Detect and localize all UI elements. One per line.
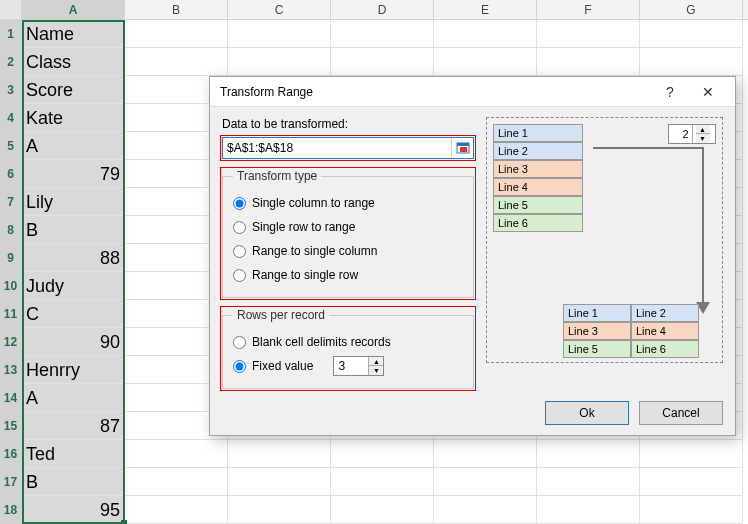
row-header-17[interactable]: 17 xyxy=(0,468,22,496)
radio-blank-cell-delimits[interactable]: Blank cell delimits records xyxy=(233,330,463,354)
cell-A14[interactable]: A xyxy=(22,384,125,412)
cell-E2[interactable] xyxy=(434,48,537,76)
dialog-titlebar[interactable]: Transform Range ? ✕ xyxy=(210,77,735,107)
cell-A17[interactable]: B xyxy=(22,468,125,496)
row-header-1[interactable]: 1 xyxy=(0,20,22,48)
fixed-value-stepper[interactable]: ▲▼ xyxy=(333,356,384,376)
cell-A16[interactable]: Ted xyxy=(22,440,125,468)
cell-C17[interactable] xyxy=(228,468,331,496)
radio-input-blank[interactable] xyxy=(233,336,246,349)
radio-single-row-to-range[interactable]: Single row to range xyxy=(233,215,463,239)
cell-A18[interactable]: 95 xyxy=(22,496,125,524)
cell-F17[interactable] xyxy=(537,468,640,496)
row-header-3[interactable]: 3 xyxy=(0,76,22,104)
column-header-D[interactable]: D xyxy=(331,0,434,19)
row-header-8[interactable]: 8 xyxy=(0,216,22,244)
cell-D2[interactable] xyxy=(331,48,434,76)
radio-input-single-row[interactable] xyxy=(233,221,246,234)
radio-range-to-single-row[interactable]: Range to single row xyxy=(233,263,463,287)
row-header-10[interactable]: 10 xyxy=(0,272,22,300)
row-header-18[interactable]: 18 xyxy=(0,496,22,524)
radio-single-column-to-range[interactable]: Single column to range xyxy=(233,191,463,215)
column-header-G[interactable]: G xyxy=(640,0,743,19)
cell-A13[interactable]: Henrry xyxy=(22,356,125,384)
column-header-E[interactable]: E xyxy=(434,0,537,19)
select-all-corner[interactable] xyxy=(0,0,22,19)
radio-range-to-single-column[interactable]: Range to single column xyxy=(233,239,463,263)
preview-count-stepper[interactable]: 2 ▲▼ xyxy=(668,124,716,144)
cell-A8[interactable]: B xyxy=(22,216,125,244)
cell-A12[interactable]: 90 xyxy=(22,328,125,356)
cell-F16[interactable] xyxy=(537,440,640,468)
row-header-16[interactable]: 16 xyxy=(0,440,22,468)
radio-input-fixed[interactable] xyxy=(233,360,246,373)
row-header-11[interactable]: 11 xyxy=(0,300,22,328)
column-header-C[interactable]: C xyxy=(228,0,331,19)
cell-D18[interactable] xyxy=(331,496,434,524)
cell-F2[interactable] xyxy=(537,48,640,76)
transform-type-group: Transform type Single column to range Si… xyxy=(222,169,474,298)
cell-G2[interactable] xyxy=(640,48,743,76)
radio-input-range-row[interactable] xyxy=(233,269,246,282)
cell-A11[interactable]: C xyxy=(22,300,125,328)
column-header-F[interactable]: F xyxy=(537,0,640,19)
cell-A5[interactable]: A xyxy=(22,132,125,160)
row-header-4[interactable]: 4 xyxy=(0,104,22,132)
cell-E1[interactable] xyxy=(434,20,537,48)
row-header-2[interactable]: 2 xyxy=(0,48,22,76)
spin-buttons[interactable]: ▲▼ xyxy=(368,357,383,375)
range-picker-icon[interactable] xyxy=(451,138,473,158)
cell-E18[interactable] xyxy=(434,496,537,524)
cell-D1[interactable] xyxy=(331,20,434,48)
cell-D17[interactable] xyxy=(331,468,434,496)
cell-B2[interactable] xyxy=(125,48,228,76)
cell-G16[interactable] xyxy=(640,440,743,468)
cell-F1[interactable] xyxy=(537,20,640,48)
cell-B16[interactable] xyxy=(125,440,228,468)
row-header-12[interactable]: 12 xyxy=(0,328,22,356)
close-button[interactable]: ✕ xyxy=(689,84,727,100)
row-header-9[interactable]: 9 xyxy=(0,244,22,272)
cancel-button[interactable]: Cancel xyxy=(639,401,723,425)
cell-E16[interactable] xyxy=(434,440,537,468)
cell-A3[interactable]: Score xyxy=(22,76,125,104)
cell-A1[interactable]: Name xyxy=(22,20,125,48)
cell-A9[interactable]: 88 xyxy=(22,244,125,272)
cell-A2[interactable]: Class xyxy=(22,48,125,76)
row-header-13[interactable]: 13 xyxy=(0,356,22,384)
cell-A4[interactable]: Kate xyxy=(22,104,125,132)
cell-E17[interactable] xyxy=(434,468,537,496)
cell-A7[interactable]: Lily xyxy=(22,188,125,216)
cell-C16[interactable] xyxy=(228,440,331,468)
cell-G1[interactable] xyxy=(640,20,743,48)
preview-spin-icon[interactable]: ▲▼ xyxy=(692,125,716,143)
cell-B18[interactable] xyxy=(125,496,228,524)
cell-A10[interactable]: Judy xyxy=(22,272,125,300)
row-header-6[interactable]: 6 xyxy=(0,160,22,188)
cell-A15[interactable]: 87 xyxy=(22,412,125,440)
row-header-5[interactable]: 5 xyxy=(0,132,22,160)
row-header-14[interactable]: 14 xyxy=(0,384,22,412)
ok-button[interactable]: Ok xyxy=(545,401,629,425)
cell-C18[interactable] xyxy=(228,496,331,524)
cell-F18[interactable] xyxy=(537,496,640,524)
cell-G17[interactable] xyxy=(640,468,743,496)
radio-input-range-col[interactable] xyxy=(233,245,246,258)
cell-C2[interactable] xyxy=(228,48,331,76)
cell-A6[interactable]: 79 xyxy=(22,160,125,188)
radio-input-single-column[interactable] xyxy=(233,197,246,210)
cell-B17[interactable] xyxy=(125,468,228,496)
column-header-A[interactable]: A xyxy=(22,0,125,19)
preview-src-line4: Line 4 xyxy=(493,178,583,196)
radio-fixed-value[interactable]: Fixed value ▲▼ xyxy=(233,354,463,378)
range-input[interactable] xyxy=(223,138,451,158)
help-button[interactable]: ? xyxy=(651,84,689,100)
cell-G18[interactable] xyxy=(640,496,743,524)
cell-B1[interactable] xyxy=(125,20,228,48)
row-header-15[interactable]: 15 xyxy=(0,412,22,440)
column-header-B[interactable]: B xyxy=(125,0,228,19)
cell-D16[interactable] xyxy=(331,440,434,468)
fixed-value-input[interactable] xyxy=(334,357,368,375)
row-header-7[interactable]: 7 xyxy=(0,188,22,216)
cell-C1[interactable] xyxy=(228,20,331,48)
